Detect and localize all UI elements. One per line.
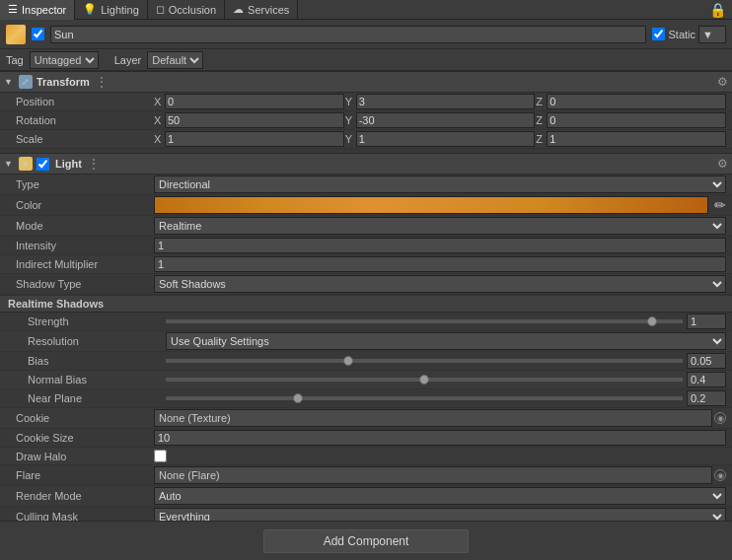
near-plane-value (166, 390, 726, 406)
culling-mask-label: Culling Mask (16, 511, 154, 521)
cookie-pick-icon[interactable]: ◉ (714, 412, 726, 424)
position-y-label: Y (345, 96, 355, 107)
bias-slider[interactable] (166, 359, 683, 363)
static-dropdown[interactable]: ▼ (698, 26, 726, 43)
rotation-x-input[interactable] (165, 112, 344, 128)
position-z-item: Z (536, 94, 726, 109)
tag-select[interactable]: Untagged (30, 51, 99, 69)
light-title: Light (55, 158, 82, 170)
resolution-select[interactable]: Use Quality Settings (166, 332, 726, 350)
culling-mask-select[interactable]: Everything (154, 508, 726, 521)
normal-bias-slider-container (166, 372, 726, 387)
shadow-type-select[interactable]: Soft Shadows (154, 275, 726, 293)
tab-occlusion[interactable]: ◻ Occlusion (148, 0, 225, 20)
draw-halo-checkbox[interactable] (154, 450, 167, 462)
light-section-header[interactable]: ▼ ☀ Light ⋮ ⚙ (0, 153, 732, 175)
mode-label: Mode (16, 220, 154, 232)
bias-slider-container (166, 353, 726, 369)
intensity-input[interactable] (154, 238, 726, 253)
normal-bias-slider[interactable] (166, 378, 683, 382)
tab-bar: ☰ Inspector 💡 Lighting ◻ Occlusion ☁ Ser… (0, 0, 732, 20)
object-enabled-checkbox[interactable] (32, 28, 44, 40)
flare-value: None (Flare) ◉ (154, 466, 726, 484)
cookie-value-text: None (Texture) (159, 412, 231, 424)
static-checkbox[interactable] (652, 28, 665, 40)
scale-row: Scale X Y Z (0, 130, 732, 149)
position-x-input[interactable] (165, 94, 344, 109)
layer-select[interactable]: Default (147, 51, 203, 69)
draw-halo-label: Draw Halo (16, 451, 154, 462)
normal-bias-row: Normal Bias (0, 371, 732, 389)
transform-gear-icon[interactable]: ⚙ (717, 75, 728, 89)
rotation-z-input[interactable] (547, 112, 726, 128)
scale-y-item: Y (345, 131, 536, 147)
flare-pick-icon[interactable]: ◉ (714, 469, 726, 481)
strength-value (166, 314, 726, 329)
render-mode-select[interactable]: Auto (154, 487, 726, 505)
light-menu-icon[interactable]: ⋮ (88, 157, 100, 171)
near-plane-input[interactable] (687, 390, 726, 406)
tab-inspector-label: Inspector (22, 4, 66, 16)
cookie-select[interactable]: None (Texture) (154, 409, 712, 427)
realtime-shadows-header: Realtime Shadows (0, 295, 732, 313)
near-plane-slider[interactable] (166, 396, 683, 400)
light-gear-icon[interactable]: ⚙ (717, 157, 728, 171)
scale-x-input[interactable] (165, 131, 344, 147)
color-row: Color ✏ (0, 195, 732, 216)
type-label: Type (16, 178, 154, 190)
color-label: Color (16, 199, 154, 211)
rotation-y-label: Y (345, 114, 355, 126)
tab-services[interactable]: ☁ Services (225, 0, 298, 20)
bias-input[interactable] (687, 353, 726, 369)
normal-bias-label: Normal Bias (28, 374, 166, 385)
scale-z-input[interactable] (547, 131, 726, 147)
strength-slider[interactable] (166, 319, 683, 323)
transform-section-header[interactable]: ▼ ⤢ Transform ⋮ ⚙ (0, 71, 732, 93)
scale-y-input[interactable] (356, 131, 536, 147)
transform-icon: ⤢ (19, 75, 33, 89)
type-select[interactable]: Directional (154, 175, 726, 193)
occlusion-icon: ◻ (156, 3, 165, 16)
resolution-label: Resolution (28, 335, 166, 347)
rotation-z-label: Z (536, 114, 546, 126)
add-component-button[interactable]: Add Component (263, 529, 470, 553)
scale-x-item: X (154, 131, 344, 147)
tab-occlusion-label: Occlusion (169, 4, 216, 16)
transform-arrow-icon: ▼ (4, 77, 13, 87)
lock-icon[interactable]: 🔒 (703, 2, 732, 18)
position-z-input[interactable] (547, 94, 726, 109)
transform-menu-icon[interactable]: ⋮ (96, 75, 108, 89)
tab-lighting-label: Lighting (101, 4, 139, 16)
indirect-multiplier-input[interactable] (154, 256, 726, 272)
color-swatch[interactable] (154, 196, 708, 214)
mode-row: Mode Realtime (0, 216, 732, 237)
scale-label: Scale (16, 133, 154, 145)
strength-input[interactable] (687, 314, 726, 329)
strength-slider-container (166, 314, 726, 329)
tab-lighting[interactable]: 💡 Lighting (75, 0, 148, 20)
tab-inspector[interactable]: ☰ Inspector (0, 0, 75, 20)
strength-row: Strength (0, 313, 732, 331)
position-y-input[interactable] (356, 94, 536, 109)
object-name-field[interactable] (50, 26, 646, 43)
scale-z-item: Z (536, 131, 726, 147)
inspector-icon: ☰ (8, 3, 18, 16)
resolution-value: Use Quality Settings (166, 332, 726, 350)
position-y-item: Y (345, 94, 536, 109)
static-label: Static (668, 29, 695, 40)
mode-select[interactable]: Realtime (154, 217, 726, 235)
color-picker-icon[interactable]: ✏ (714, 197, 726, 213)
services-icon: ☁ (233, 3, 244, 16)
render-mode-value: Auto (154, 487, 726, 505)
render-mode-label: Render Mode (16, 490, 154, 502)
normal-bias-input[interactable] (687, 372, 726, 387)
normal-bias-value (166, 372, 726, 387)
indirect-multiplier-value (154, 256, 726, 272)
cookie-size-input[interactable] (154, 430, 726, 446)
light-enabled-checkbox[interactable] (37, 158, 49, 171)
cookie-value: None (Texture) ◉ (154, 409, 726, 427)
rotation-y-input[interactable] (356, 112, 536, 128)
position-x-label: X (154, 96, 164, 107)
draw-halo-value (154, 450, 726, 462)
flare-select[interactable]: None (Flare) (154, 466, 712, 484)
